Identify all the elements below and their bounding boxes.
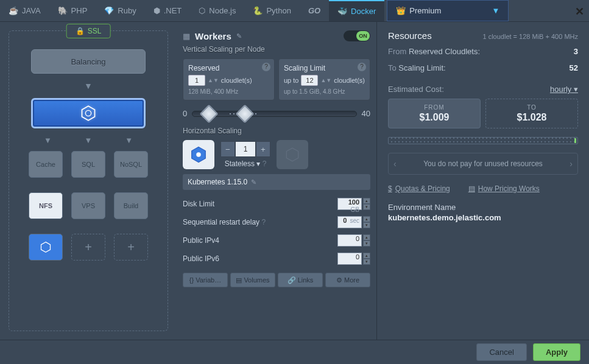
spinner-icon[interactable]: ▴▾ [363, 253, 370, 265]
pricing-link[interactable]: ▤How Pricing Works [468, 184, 540, 193]
node-count-input[interactable] [235, 141, 256, 157]
platform-tabs: ☕JAVA 🐘PHP 💎Ruby ⬢.NET ⬡Node.js 🐍Python … [0, 0, 589, 22]
env-name-value: kubernetes.demo.jelastic.com [388, 213, 578, 222]
cache-node[interactable]: Cache [29, 151, 63, 178]
arrow-down-icon: ▼ [85, 136, 93, 145]
balancing-node[interactable]: Balancing [31, 49, 146, 74]
restart-delay-label: Sequential restart delay [183, 218, 259, 226]
ipv6-label: Public IPv6 [183, 254, 219, 263]
lock-icon: 🔒 [76, 27, 85, 35]
svg-point-1 [85, 110, 91, 116]
grid-icon: ▦ [183, 32, 190, 41]
scaling-mode-dropdown[interactable]: Stateless ▾ ? [220, 159, 270, 168]
estimated-cost-label: Estimated Cost: [388, 85, 444, 94]
more-button[interactable]: ⚙More [325, 273, 370, 287]
cost-usage-bar [388, 137, 578, 144]
crown-icon: 👑 [396, 6, 406, 15]
tab-php[interactable]: 🐘PHP [49, 0, 96, 21]
kubernetes-icon [284, 147, 300, 163]
spinner-icon[interactable]: ▲▼ [320, 77, 331, 83]
carousel-prev[interactable]: ‹ [393, 159, 397, 169]
variables-button[interactable]: {}Variab… [183, 273, 228, 287]
help-icon[interactable]: ? [358, 63, 366, 71]
disk-limit-label: Disk Limit [183, 200, 214, 208]
horizontal-scaling-label: Horizontal Scaling [183, 127, 370, 135]
apply-button[interactable]: Apply [533, 343, 580, 361]
ssl-badge[interactable]: 🔒 SSL [66, 24, 111, 38]
edit-icon[interactable]: ✎ [251, 178, 256, 186]
add-node-button[interactable]: + [114, 234, 148, 261]
slider-max: 40 [362, 109, 370, 118]
premium-dropdown[interactable]: 👑Premium ▼ [387, 0, 509, 21]
svg-point-4 [196, 152, 201, 157]
slider-thumb-limit[interactable] [236, 104, 255, 123]
edit-icon[interactable]: ✎ [236, 32, 242, 40]
extra-k8s-node[interactable] [29, 234, 63, 261]
increment-button[interactable]: + [256, 141, 270, 157]
restart-delay-input[interactable]: 0 sec [337, 216, 362, 228]
add-node-button[interactable]: + [71, 234, 105, 261]
disk-icon: ▤ [236, 276, 242, 284]
tab-java[interactable]: ☕JAVA [0, 0, 49, 21]
arrow-down-icon: ▼ [15, 81, 161, 91]
arrow-down-icon: ▼ [44, 136, 52, 145]
spinner-icon[interactable]: ▲▼ [208, 77, 219, 83]
kubernetes-icon [40, 241, 52, 253]
kubernetes-icon [80, 105, 97, 122]
scaling-limit-value: 52 [570, 63, 578, 72]
sql-node[interactable]: SQL [71, 151, 105, 178]
resources-title: Resources [388, 30, 432, 41]
quotas-link[interactable]: $Quotas & Pricing [388, 184, 450, 193]
ipv4-input[interactable]: 0 [337, 234, 362, 247]
workers-toggle[interactable]: ON [344, 30, 370, 41]
slider-thumb-reserved[interactable] [200, 104, 219, 123]
vps-node[interactable]: VPS [71, 192, 105, 219]
cancel-button[interactable]: Cancel [476, 343, 526, 361]
node-type-icon[interactable] [183, 140, 214, 169]
kubernetes-icon [189, 145, 208, 164]
tab-go[interactable]: GO [300, 0, 329, 21]
close-icon[interactable]: ✕ [575, 5, 584, 18]
braces-icon: {} [189, 276, 194, 284]
topology-panel: 🔒 SSL Balancing ▼ ▼ ▼ ▼ Cache SQL NoSQL … [9, 30, 168, 331]
tab-dotnet[interactable]: ⬢.NET [145, 0, 191, 21]
nosql-node[interactable]: NoSQL [114, 151, 148, 178]
reserved-cloudlets-input[interactable]: 1 [188, 75, 205, 86]
node-type-secondary[interactable] [277, 140, 308, 169]
document-icon: ▤ [468, 184, 475, 193]
version-selector[interactable]: Kubernetes 1.15.0 ✎ [183, 174, 370, 190]
limit-cloudlets-input[interactable]: 12 [301, 75, 318, 86]
tab-python[interactable]: 🐍Python [244, 0, 299, 21]
svg-marker-0 [82, 106, 95, 120]
spinner-icon[interactable]: ▴▾ [363, 234, 370, 247]
tab-ruby[interactable]: 💎Ruby [96, 0, 144, 21]
slider-min: 0 [183, 109, 187, 118]
spinner-icon[interactable]: ▴▾ [363, 198, 370, 210]
ipv6-input[interactable]: 0 [337, 253, 362, 265]
spinner-icon[interactable]: ▴▾ [363, 216, 370, 228]
chevron-down-icon: ▾ [574, 85, 578, 94]
links-button[interactable]: 🔗Links [278, 273, 323, 287]
chevron-down-icon: ▾ [256, 159, 260, 168]
help-icon[interactable]: ? [262, 63, 270, 71]
tab-node[interactable]: ⬡Node.js [190, 0, 244, 21]
decrement-button[interactable]: − [220, 141, 235, 157]
disk-limit-input[interactable]: 100 GB [337, 198, 362, 210]
svg-marker-2 [41, 242, 51, 253]
help-icon[interactable]: ? [261, 218, 266, 226]
tab-docker[interactable]: 🐳Docker [329, 0, 384, 21]
help-icon[interactable]: ? [263, 159, 267, 168]
nfs-node[interactable]: NFS [29, 192, 63, 219]
cloudlet-slider[interactable] [192, 111, 356, 117]
gear-icon: ⚙ [336, 276, 342, 284]
volumes-button[interactable]: ▤Volumes [230, 273, 275, 287]
env-name-label: Environment Name [388, 203, 578, 212]
scaling-limit-card: ? Scaling Limit up to 12 ▲▼ cloudlet(s) … [278, 58, 370, 100]
reserved-cloudlets-value: 3 [574, 47, 578, 56]
dollar-icon: $ [388, 184, 392, 193]
cost-period-dropdown[interactable]: hourly ▾ [550, 85, 578, 94]
carousel-next[interactable]: › [570, 159, 573, 169]
arrow-down-icon: ▼ [125, 136, 133, 145]
build-node[interactable]: Build [114, 192, 148, 219]
workers-node[interactable] [31, 98, 146, 128]
